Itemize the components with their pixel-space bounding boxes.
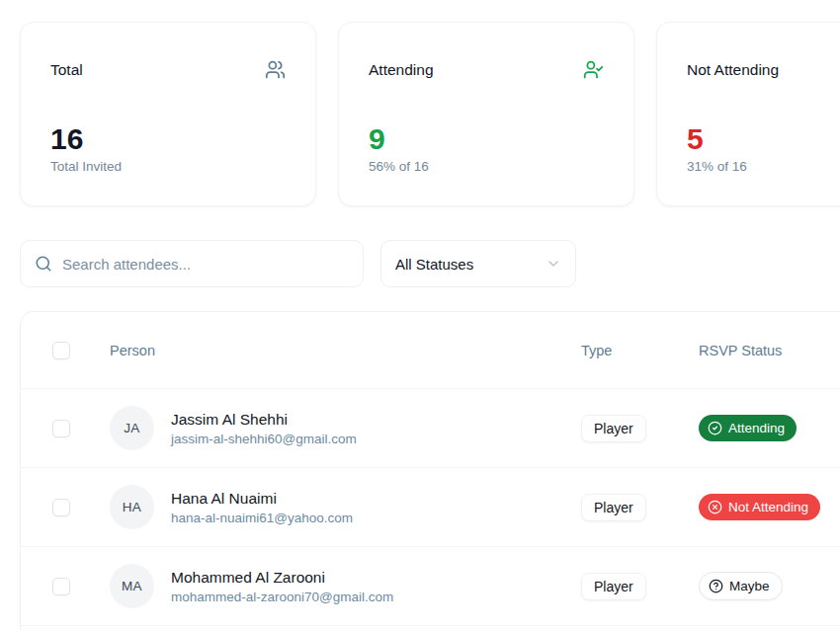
attendee-table: Person Type RSVP Status JA Jassim Al She… <box>20 311 840 630</box>
stat-title: Attending <box>369 61 434 79</box>
table-row: MA Mohammed Al Zarooni mohammed-al-zaroo… <box>21 546 840 625</box>
table-header-row: Person Type RSVP Status <box>21 312 840 388</box>
row-checkbox[interactable] <box>52 499 70 516</box>
table-row: HA Hana Al Nuaimi hana-al-nuaimi61@yahoo… <box>21 467 840 546</box>
stat-value: 16 <box>50 123 286 155</box>
stat-card-attending: Attending 9 56% of 16 <box>338 22 634 206</box>
avatar: HA <box>110 485 154 529</box>
stats-row: Total 16 Total Invited Attending 9 56% o… <box>20 22 840 206</box>
person-name: Hana Al Nuaimi <box>171 488 353 509</box>
type-badge: Player <box>581 573 646 600</box>
stat-subtitle: Total Invited <box>50 159 286 174</box>
select-all-checkbox[interactable] <box>52 342 70 359</box>
stat-value: 9 <box>369 123 604 155</box>
type-badge: Player <box>581 494 646 521</box>
stat-card-not-attending: Not Attending 5 31% of 16 <box>656 22 840 206</box>
search-icon <box>35 255 52 273</box>
chevron-down-icon <box>546 256 561 272</box>
column-header-type: Type <box>581 343 699 358</box>
users-icon <box>265 59 286 80</box>
person-name: Jassim Al Shehhi <box>171 409 357 430</box>
status-filter-dropdown[interactable]: All Statuses <box>380 240 576 287</box>
stat-subtitle: 56% of 16 <box>369 159 604 174</box>
stat-title: Not Attending <box>687 61 779 79</box>
person-email: mohammed-al-zarooni70@gmail.com <box>171 588 393 606</box>
rsvp-badge-maybe: Maybe <box>699 572 783 600</box>
rsvp-badge-not-attending: Not Attending <box>699 494 820 520</box>
x-circle-icon <box>708 500 722 514</box>
person-email: hana-al-nuaimi61@yahoo.com <box>171 509 353 527</box>
help-circle-icon <box>709 579 723 593</box>
search-box[interactable] <box>20 240 364 287</box>
avatar: JA <box>110 406 154 450</box>
filter-bar: All Statuses <box>20 240 576 287</box>
search-input[interactable] <box>62 256 349 273</box>
rsvp-label: Not Attending <box>728 499 808 515</box>
status-filter-value: All Statuses <box>395 256 473 273</box>
stat-card-total: Total 16 Total Invited <box>20 22 316 206</box>
stat-title: Total <box>50 61 83 79</box>
stat-subtitle: 31% of 16 <box>687 159 840 174</box>
person-email: jassim-al-shehhi60@gmail.com <box>171 430 357 448</box>
stat-value: 5 <box>687 123 840 155</box>
rsvp-label: Attending <box>728 420 785 436</box>
row-checkbox[interactable] <box>52 420 70 437</box>
type-badge: Player <box>581 415 646 442</box>
row-checkbox[interactable] <box>52 578 70 595</box>
user-check-icon <box>583 59 604 80</box>
column-header-person: Person <box>110 343 581 358</box>
person-name: Mohammed Al Zarooni <box>171 567 393 588</box>
table-row: JA Jassim Al Shehhi jassim-al-shehhi60@g… <box>21 388 840 467</box>
avatar: MA <box>110 564 154 608</box>
check-circle-icon <box>708 421 722 435</box>
table-row-partial <box>21 625 840 630</box>
column-header-rsvp: RSVP Status <box>699 343 840 358</box>
rsvp-badge-attending: Attending <box>699 415 797 441</box>
rsvp-label: Maybe <box>729 578 770 594</box>
